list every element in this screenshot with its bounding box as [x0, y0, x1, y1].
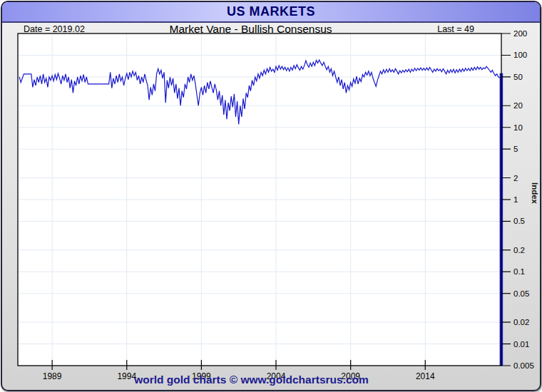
y-tick-label: 2: [513, 174, 518, 182]
y-axis-title: Index: [531, 179, 539, 207]
y-tick-label: 200: [513, 29, 527, 38]
y-tick-label: 0.01: [513, 340, 529, 349]
y-tick-label: 20: [513, 101, 523, 110]
y-tick-label: 50: [513, 73, 523, 81]
credit-text: world gold charts © www.goldchartsrus.co…: [2, 373, 501, 386]
y-tick-label: 10: [513, 123, 523, 132]
chart-canvas: 2001005020105210.50.20.10.050.020.010.00…: [2, 2, 541, 391]
y-tick-label: 0.1: [513, 267, 525, 276]
y-tick-label: 0.2: [513, 246, 525, 254]
y-tick-label: 5: [513, 145, 518, 153]
y-tick-label: 0.05: [513, 289, 529, 298]
y-tick-label: 0.02: [513, 318, 529, 326]
chart-window: US MARKETS Market Vane - Bullish Consens…: [1, 1, 541, 391]
y-tick-label: 0.005: [513, 361, 534, 370]
y-tick-label: 1: [513, 195, 518, 204]
y-tick-label: 100: [513, 51, 527, 59]
y-tick-label: 0.5: [513, 217, 525, 225]
